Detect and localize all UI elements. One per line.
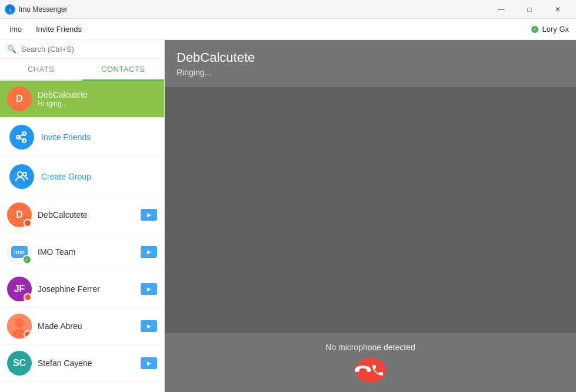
main-layout: 🔍 CHATS CONTACTS D DebCalcutete Ringing.… (0, 40, 576, 392)
menu-invite-friends[interactable]: Invite Friends (34, 22, 84, 36)
svg-point-10 (15, 318, 24, 328)
imo-team-avatar: imo ✓ (7, 240, 32, 264)
chat-info: DebCalcutete Ringing... (38, 90, 157, 108)
maximize-button[interactable]: □ (516, 0, 543, 19)
tabs: CHATS CONTACTS (0, 59, 164, 81)
sidebar: 🔍 CHATS CONTACTS D DebCalcutete Ringing.… (0, 40, 165, 392)
menu-imo[interactable]: imo (7, 22, 24, 36)
contact-name: Josephine Ferrer (38, 284, 135, 294)
video-call-icon[interactable] (141, 209, 157, 221)
search-input[interactable] (21, 45, 157, 54)
titlebar: i Imo Messenger — □ ✕ (0, 0, 576, 19)
call-status: Ringing... (177, 68, 564, 77)
contact-name: DebCalcutete (38, 210, 135, 220)
chat-info: Made Abreu (38, 321, 135, 331)
invite-friends-item[interactable]: Invite Friends (0, 118, 164, 157)
contact-name: IMO Team (38, 247, 135, 257)
active-chat-item[interactable]: D DebCalcutete Ringing... (0, 81, 164, 118)
share-icon-bg (9, 125, 34, 150)
svg-text:i: i (9, 8, 11, 13)
verified-badge: ✓ (22, 255, 32, 264)
contact-list: D DebCalcutete Ringing... (0, 81, 164, 392)
svg-point-7 (18, 172, 22, 177)
contact-badge (24, 330, 32, 338)
avatar: SC (7, 351, 32, 376)
menubar: imo Invite Friends Lory Gx (0, 19, 576, 40)
invite-friends-label: Invite Friends (41, 132, 91, 142)
avatar: D (7, 87, 32, 111)
minimize-button[interactable]: — (488, 0, 515, 19)
app-logo: i (5, 4, 15, 15)
avatar (7, 314, 32, 338)
avatar: D (7, 202, 32, 227)
contact-imo-team[interactable]: imo ✓ IMO Team (0, 234, 164, 271)
chat-info: IMO Team (38, 247, 135, 257)
chat-info: DebCalcutete (38, 210, 135, 220)
video-call-icon[interactable] (141, 246, 157, 258)
search-icon: 🔍 (7, 45, 16, 54)
contact-name: Stefan Cayene (38, 358, 135, 368)
menubar-right: Lory Gx (531, 25, 569, 34)
create-group-label: Create Group (41, 172, 91, 181)
contact-stefan-cayene[interactable]: SC Stefan Cayene (0, 345, 164, 382)
video-call-icon[interactable] (141, 283, 157, 295)
avatar: JF (7, 277, 32, 301)
video-call-icon[interactable] (141, 320, 157, 332)
chat-info: Josephine Ferrer (38, 284, 135, 294)
titlebar-controls: — □ ✕ (488, 0, 571, 19)
call-contact-name: DebCalcutete (177, 50, 564, 65)
chat-info: Stefan Cayene (38, 358, 135, 368)
no-microphone-text: No microphone detected (325, 343, 415, 352)
call-header: DebCalcutete Ringing... (165, 40, 576, 87)
call-panel: DebCalcutete Ringing... No microphone de… (165, 40, 576, 392)
contact-made-abreu[interactable]: Made Abreu (0, 308, 164, 345)
menubar-left: imo Invite Friends (7, 22, 84, 36)
contact-name: Made Abreu (38, 321, 135, 331)
search-bar: 🔍 (0, 40, 164, 59)
end-call-button[interactable] (355, 358, 386, 383)
chat-status: Ringing... (38, 99, 157, 108)
contact-badge (24, 293, 32, 301)
contact-badge (24, 219, 32, 227)
video-call-icon[interactable] (141, 357, 157, 369)
contact-debcalcutete[interactable]: D DebCalcutete (0, 197, 164, 234)
tab-contacts[interactable]: CONTACTS (82, 59, 165, 81)
call-footer: No microphone detected (165, 333, 576, 392)
chat-name: DebCalcutete (38, 90, 157, 99)
user-name: Lory Gx (542, 25, 569, 34)
online-status-icon (531, 26, 538, 33)
call-video-area (165, 87, 576, 333)
contact-josephine-ferrer[interactable]: JF Josephine Ferrer (0, 271, 164, 308)
create-group-item[interactable]: Create Group (0, 157, 164, 197)
group-icon-bg (9, 164, 34, 189)
close-button[interactable]: ✕ (544, 0, 571, 19)
app-title: Imo Messenger (19, 5, 68, 14)
titlebar-left: i Imo Messenger (5, 4, 68, 15)
svg-point-8 (23, 172, 26, 176)
tab-chats[interactable]: CHATS (0, 59, 82, 79)
